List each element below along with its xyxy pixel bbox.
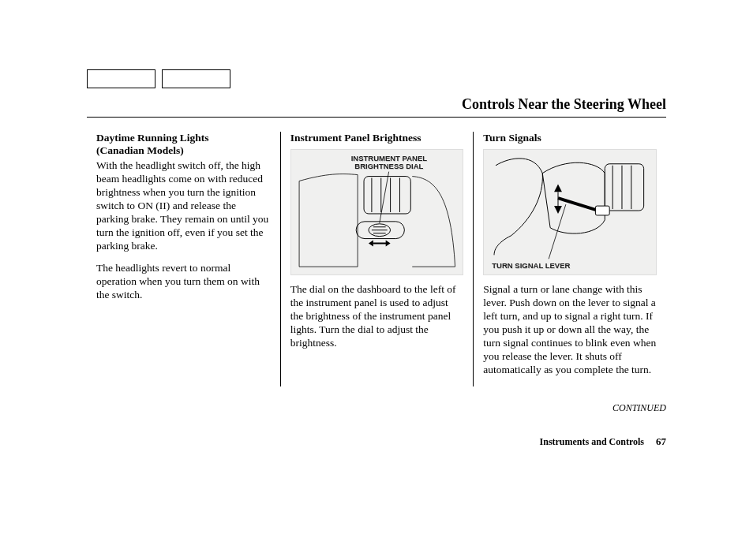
figure-callout-label: INSTRUMENT PANEL BRIGHTNESS DIAL	[351, 155, 427, 170]
body-paragraph: The dial on the dashboard to the left of…	[290, 283, 464, 349]
figure-callout-label: TURN SIGNAL LEVER	[492, 262, 570, 270]
reference-box	[162, 69, 230, 88]
section-heading: Turn Signals	[483, 132, 657, 145]
page-footer: Instruments and Controls 67	[540, 435, 666, 448]
body-paragraph: With the headlight switch off, the high …	[96, 159, 271, 252]
svg-marker-21	[554, 206, 562, 214]
content-columns: Daytime Running Lights (Canadian Models)…	[87, 132, 666, 386]
svg-rect-11	[373, 243, 388, 245]
svg-marker-10	[369, 241, 373, 247]
heading-line: (Canadian Models)	[96, 144, 184, 156]
column-turn-signals: Turn Signals TURN SIGNAL LEVER	[473, 132, 666, 386]
figure-instrument-panel-dial: INSTRUMENT PANEL BRIGHTNESS DIAL	[290, 149, 464, 275]
footer-section-name: Instruments and Controls	[540, 436, 644, 447]
reference-box	[87, 69, 155, 88]
manual-page: Controls Near the Steering Wheel Daytime…	[0, 0, 753, 560]
svg-marker-12	[385, 241, 390, 247]
body-paragraph: The headlights revert to normal operatio…	[96, 262, 271, 302]
svg-marker-20	[554, 185, 562, 192]
page-title: Controls Near the Steering Wheel	[87, 95, 666, 118]
heading-line: Daytime Running Lights	[96, 132, 209, 144]
svg-rect-14	[605, 164, 644, 211]
column-instrument-panel-brightness: Instrument Panel Brightness INSTRUMENT P…	[280, 132, 474, 386]
top-reference-boxes	[87, 69, 230, 88]
svg-line-18	[558, 199, 598, 211]
steering-column-illustration	[484, 150, 656, 274]
section-heading: Daytime Running Lights (Canadian Models)	[96, 132, 271, 159]
continued-indicator: CONTINUED	[613, 402, 666, 414]
section-heading: Instrument Panel Brightness	[290, 132, 464, 145]
column-daytime-running-lights: Daytime Running Lights (Canadian Models)…	[87, 132, 280, 386]
svg-rect-19	[596, 206, 610, 215]
figure-turn-signal-lever: TURN SIGNAL LEVER	[483, 149, 657, 275]
body-paragraph: Signal a turn or lane change with this l…	[483, 283, 657, 376]
svg-line-23	[549, 205, 566, 259]
footer-page-number: 67	[656, 435, 666, 447]
